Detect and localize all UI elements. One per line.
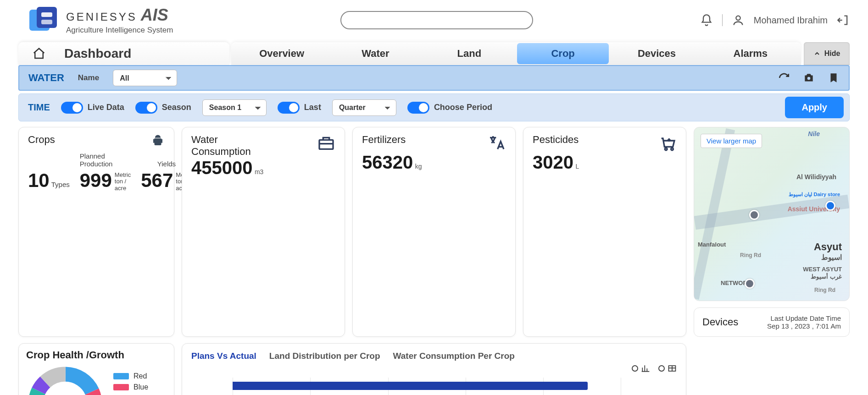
search-box[interactable] [340, 11, 533, 29]
legend-item: Red [113, 372, 158, 380]
toggle-season[interactable] [135, 102, 157, 114]
tab-alarms[interactable]: Alarms [705, 43, 796, 64]
tab-crop[interactable]: Crop [517, 43, 609, 64]
tab-land[interactable]: Land [423, 43, 515, 64]
chart-tab-land[interactable]: Land Distribution per Crop [269, 351, 380, 361]
map-label-dairy: ليان اسيوط Dairy store [789, 192, 840, 198]
crops-types-label: Types [51, 181, 70, 188]
map-label-asyut-ar: اسیوط [821, 253, 842, 262]
translate-icon [488, 134, 506, 152]
time-label: TIME [24, 102, 50, 113]
season-select[interactable]: Season 1 [202, 99, 267, 116]
toggle-last-label: Last [304, 103, 321, 112]
filter-name-select[interactable]: All [113, 70, 177, 86]
bar-track [233, 382, 677, 390]
dashboard-title: Dashboard [64, 46, 131, 61]
user-name: Mohamed Ibrahim [754, 15, 828, 26]
time-bar: TIME Live Data Season Season 1 Last Quar… [18, 93, 850, 121]
android-icon [151, 134, 165, 148]
svg-rect-1 [37, 7, 57, 28]
filter-bar: WATER Name All [18, 65, 850, 91]
briefcase-icon [317, 134, 335, 152]
logo-block: GENIESYS AIS Agriculture Intelligence Sy… [28, 5, 173, 35]
card-fertilizers: Fertilizers 56320 kg [352, 127, 516, 337]
last-select[interactable]: Quarter [332, 99, 396, 116]
logout-icon[interactable] [837, 14, 850, 27]
chart-tab-plans[interactable]: Plans Vs Actual [191, 351, 256, 361]
topbar: GENIESYS AIS Agriculture Intelligence Sy… [0, 0, 868, 38]
table-icon [668, 364, 677, 373]
fert-value: 56320 [362, 152, 413, 172]
toggle-choose-period[interactable] [407, 102, 429, 114]
map-pin [749, 210, 759, 220]
map-label-nile: Nile [808, 130, 820, 137]
yields-label: Yields [157, 160, 176, 168]
svg-point-6 [736, 16, 740, 20]
refresh-icon[interactable] [778, 72, 790, 84]
map-pin [825, 201, 835, 211]
brand-tagline: Agriculture Intelligence System [66, 26, 173, 35]
hide-flap[interactable]: Hide [804, 42, 850, 65]
card-crops: Crops 10 Types Planned Production 999Met… [18, 127, 174, 337]
legend-swatch [113, 384, 129, 390]
user-icon[interactable] [732, 14, 745, 27]
camera-icon[interactable] [803, 72, 815, 84]
card-pesticides: Pesticides 3020 L [523, 127, 686, 337]
bar-row: Maize [233, 378, 677, 394]
home-icon [32, 47, 46, 60]
toggle-last[interactable] [278, 102, 300, 114]
svg-rect-3 [41, 20, 52, 24]
kpi-row: Crops 10 Types Planned Production 999Met… [18, 127, 850, 337]
bookmark-icon[interactable] [828, 72, 840, 84]
hide-label: Hide [824, 49, 840, 58]
map-card[interactable]: View larger map Nile Al Wilidiyyah Assiu… [694, 127, 850, 301]
toggle-season-label: Season [162, 103, 191, 112]
toggle-live-data[interactable] [61, 102, 83, 114]
health-title: Crop Health /Growth [26, 349, 167, 361]
map-label-west: WEST ASYUT [803, 266, 842, 273]
water-title: Water Consumption [191, 134, 265, 158]
view-chart-toggle[interactable] [632, 364, 650, 373]
map-pin [745, 279, 755, 289]
yields-value: 567 [141, 170, 173, 192]
chart-tab-water[interactable]: Water Consumption Per Crop [393, 351, 515, 361]
crops-title: Crops [28, 134, 55, 146]
view-table-toggle[interactable] [658, 364, 677, 373]
pest-title: Pesticides [533, 134, 579, 146]
user-area: Mohamed Ibrahim [700, 14, 850, 27]
planned-label: Planned Production [80, 152, 131, 168]
logo-icon [28, 7, 59, 33]
svg-point-9 [665, 148, 667, 150]
apply-button[interactable]: Apply [785, 97, 844, 118]
legend-swatch [113, 373, 129, 379]
devices-updated-label: Last Update Date Time [767, 314, 841, 322]
map-label-ring1: Ring Rd [740, 252, 761, 258]
bar-chart-icon [641, 364, 650, 373]
card-chart: Plans Vs Actual Land Distribution per Cr… [182, 343, 686, 395]
dashboard-tab[interactable]: Dashboard [18, 42, 229, 65]
planned-unit: Metric ton / acre [115, 172, 131, 192]
tab-row: Dashboard Overview Water Land Crop Devic… [18, 42, 850, 65]
second-row: Crop Health /Growth RedBlueYellowGreenPu… [18, 343, 850, 395]
pest-value: 3020 [533, 152, 573, 172]
legend-label: Red [134, 372, 147, 380]
tab-overview[interactable]: Overview [236, 43, 328, 64]
search-input[interactable] [340, 11, 533, 29]
svg-point-10 [671, 148, 673, 150]
map-label-asyut: Asyut [814, 241, 842, 253]
bell-icon[interactable] [700, 14, 713, 27]
toggle-choose-period-label: Choose Period [434, 103, 492, 112]
tab-water[interactable]: Water [329, 43, 421, 64]
legend-label: Blue [134, 383, 148, 391]
water-value: 455000 [191, 158, 252, 178]
chart-tabs: Plans Vs Actual Land Distribution per Cr… [191, 351, 677, 361]
view-larger-map[interactable]: View larger map [701, 134, 762, 148]
filter-section-label: WATER [28, 72, 64, 84]
map-label-west-ar: غرب أسيوط [811, 273, 842, 280]
tab-devices[interactable]: Devices [611, 43, 702, 64]
map-label-ring2: Ring Rd [814, 287, 835, 293]
svg-rect-2 [41, 12, 52, 17]
map-label-manfalout: Manfalout [698, 241, 726, 248]
cart-icon [658, 134, 677, 152]
pest-unit: L [575, 163, 579, 170]
